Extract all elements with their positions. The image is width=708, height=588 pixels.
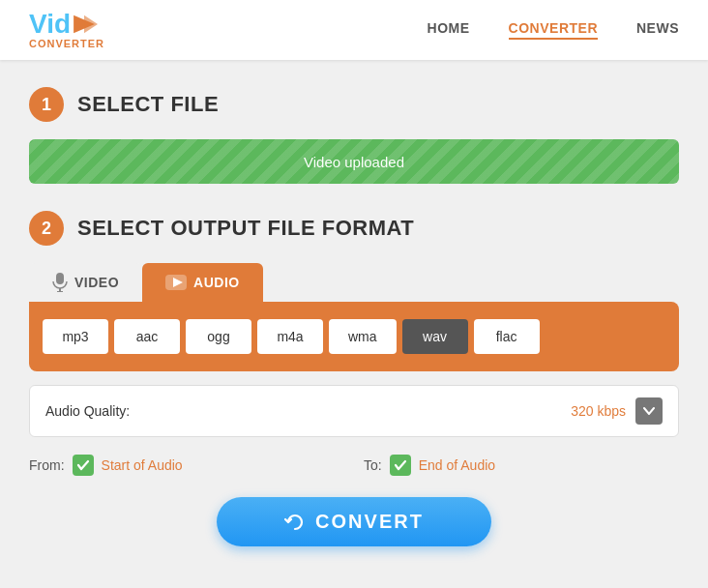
from-group: From: Start of Audio — [29, 455, 344, 476]
format-section: VIDEO AUDIO mp3 aac ogg m4a wma wav flac — [29, 263, 679, 371]
format-box: mp3 aac ogg m4a wma wav flac — [29, 302, 679, 371]
format-wav[interactable]: wav — [402, 319, 468, 354]
to-value: End of Audio — [419, 457, 495, 473]
quality-label: Audio Quality: — [45, 403, 130, 419]
format-flac[interactable]: flac — [474, 319, 540, 354]
convert-button-label: CONVERT — [315, 511, 424, 533]
format-mp3[interactable]: mp3 — [43, 319, 108, 354]
main-nav: HOME CONVERTER NEWS — [428, 20, 679, 40]
step2-badge: 2 — [29, 211, 64, 246]
nav-converter[interactable]: CONVERTER — [509, 20, 598, 40]
format-wma[interactable]: wma — [329, 319, 397, 354]
step1-title: SELECT FILE — [77, 92, 219, 117]
convert-button[interactable]: CONVERT — [217, 497, 491, 546]
convert-btn-wrap: CONVERT — [29, 497, 679, 546]
main-content: 1 SELECT FILE Video uploaded 2 SELECT OU… — [0, 60, 708, 573]
nav-home[interactable]: HOME — [428, 20, 470, 40]
logo: Vid CONVERTER — [29, 11, 104, 49]
format-aac[interactable]: aac — [114, 319, 180, 354]
step2-title: SELECT OUTPUT FILE FORMAT — [77, 216, 414, 241]
to-group: To: End of Audio — [364, 455, 679, 476]
quality-value: 320 kbps — [571, 403, 626, 419]
logo-converter-text: CONVERTER — [29, 38, 104, 49]
chevron-down-icon — [643, 407, 655, 415]
upload-bar[interactable]: Video uploaded — [29, 139, 679, 184]
step2-header: 2 SELECT OUTPUT FILE FORMAT — [29, 211, 679, 246]
microphone-icon — [52, 273, 68, 292]
svg-marker-1 — [84, 15, 98, 34]
to-label: To: — [364, 457, 382, 473]
tab-video[interactable]: VIDEO — [29, 263, 142, 302]
logo-vid-text: Vid — [29, 11, 71, 38]
step1-badge: 1 — [29, 87, 64, 122]
youtube-icon — [165, 275, 187, 290]
nav-news[interactable]: NEWS — [636, 20, 679, 40]
to-checkbox[interactable] — [390, 455, 411, 476]
svg-rect-2 — [56, 273, 64, 284]
format-m4a[interactable]: m4a — [257, 319, 323, 354]
from-value: Start of Audio — [102, 457, 183, 473]
format-options: mp3 aac ogg m4a wma wav flac — [43, 319, 665, 354]
step1-header: 1 SELECT FILE — [29, 87, 679, 122]
tab-audio-label: AUDIO — [193, 275, 240, 290]
quality-value-wrap: 320 kbps — [571, 397, 663, 425]
format-ogg[interactable]: ogg — [186, 319, 251, 354]
upload-status-text: Video uploaded — [304, 154, 404, 170]
format-tabs: VIDEO AUDIO — [29, 263, 679, 302]
check-icon — [76, 458, 90, 472]
quality-row: Audio Quality: 320 kbps — [29, 385, 679, 437]
tab-video-label: VIDEO — [74, 275, 119, 290]
logo-play-icon — [71, 14, 98, 35]
quality-dropdown-btn[interactable] — [635, 397, 663, 425]
tab-audio[interactable]: AUDIO — [142, 263, 263, 302]
from-to-row: From: Start of Audio To: End of Audio — [29, 455, 679, 476]
header: Vid CONVERTER HOME CONVERTER NEWS — [0, 0, 708, 60]
from-label: From: — [29, 457, 65, 473]
check-icon-to — [394, 458, 407, 472]
from-checkbox[interactable] — [73, 455, 94, 476]
convert-icon — [284, 512, 306, 533]
